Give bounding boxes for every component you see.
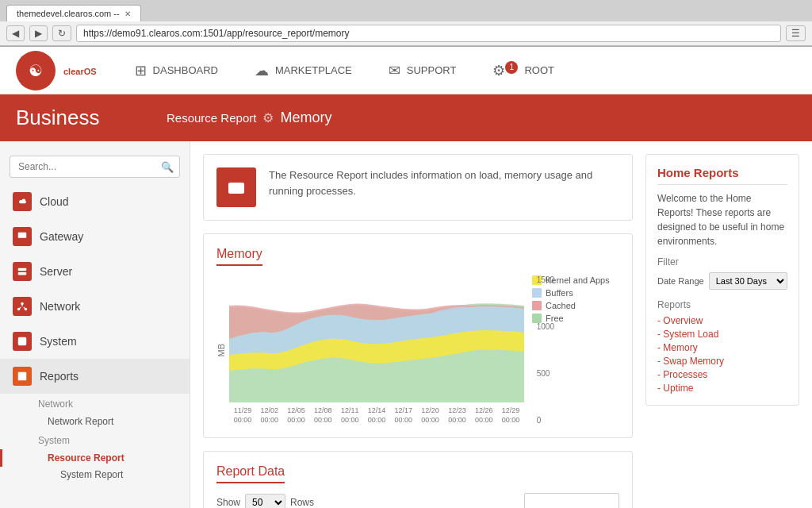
x-label-9: 12/2600:00 bbox=[470, 406, 497, 425]
memory-chart-section: Memory MB bbox=[203, 233, 633, 438]
x-label-7: 12/2000:00 bbox=[417, 406, 444, 425]
svg-point-4 bbox=[25, 273, 26, 275]
reports-label: Reports bbox=[657, 299, 787, 310]
forward-button[interactable]: ▶ bbox=[29, 25, 48, 41]
report-data-title: Report Data bbox=[216, 464, 285, 483]
memory-chart-svg bbox=[229, 275, 524, 402]
search-input[interactable] bbox=[10, 156, 180, 178]
browser-chrome: themedevel.clearos.com -- ✕ ◀ ▶ ↻ https:… bbox=[0, 0, 812, 47]
support-icon: ✉ bbox=[389, 62, 400, 79]
chart-x-labels: 11/2900:00 12/0200:00 12/0500:00 12/0800… bbox=[229, 405, 524, 425]
report-link-processes[interactable]: - Processes bbox=[657, 369, 787, 380]
root-badge: 1 bbox=[505, 61, 518, 74]
date-range-select[interactable]: Last 30 Days Last 7 Days Last 24 Hours bbox=[709, 272, 787, 290]
legend-cached-color bbox=[532, 301, 542, 310]
sidebar-item-server[interactable]: Server bbox=[0, 254, 190, 289]
sidebar-item-reports[interactable]: Reports bbox=[0, 359, 190, 394]
browser-tab[interactable]: themedevel.clearos.com -- ✕ bbox=[6, 5, 141, 21]
chart-y-label: MB bbox=[216, 344, 226, 357]
nav-items: ⊞ DASHBOARD ☁ MARKETPLACE ✉ SUPPORT ⚙ 1 … bbox=[128, 62, 561, 79]
right-panel: Home Reports Welcome to the Home Reports… bbox=[645, 141, 812, 508]
reload-button[interactable]: ↻ bbox=[52, 25, 71, 41]
x-label-8: 12/2300:00 bbox=[444, 406, 471, 425]
x-label-0: 11/2900:00 bbox=[229, 406, 256, 425]
legend-kernel-label: Kernel and Apps bbox=[546, 275, 610, 285]
sidebar-item-network[interactable]: Network bbox=[0, 289, 190, 324]
show-label: Show bbox=[216, 497, 240, 508]
content-main: The Resource Report includes information… bbox=[190, 141, 645, 508]
home-reports-title: Home Reports bbox=[657, 166, 787, 185]
info-icon bbox=[216, 167, 256, 207]
legend-cached: Cached bbox=[532, 301, 619, 310]
rows-label: Rows bbox=[290, 497, 314, 508]
breadcrumb-bar: Business Resource Report ⚙ Memory bbox=[0, 94, 812, 141]
legend-buffers: Buffers bbox=[532, 288, 619, 298]
svg-point-3 bbox=[25, 269, 26, 271]
svg-rect-0 bbox=[18, 233, 27, 238]
gateway-icon bbox=[13, 227, 32, 246]
report-data-section: Report Data Show 50 25 100 Rows bbox=[203, 451, 633, 508]
browser-toolbar: ◀ ▶ ↻ https://demo91.clearos.com:1501/ap… bbox=[0, 21, 812, 46]
reports-icon bbox=[13, 367, 32, 386]
menu-button[interactable]: ☰ bbox=[786, 25, 806, 41]
report-header: Show 50 25 100 Rows bbox=[216, 493, 619, 508]
sidebar-resource-report[interactable]: Resource Report bbox=[0, 449, 190, 467]
sidebar-item-cloud[interactable]: Cloud bbox=[0, 184, 190, 219]
sidebar-item-system[interactable]: System bbox=[0, 324, 190, 359]
sidebar-system-header: System bbox=[0, 430, 190, 449]
home-reports-desc: Welcome to the Home Reports! These repor… bbox=[657, 191, 787, 248]
report-link-system-load[interactable]: - System Load bbox=[657, 329, 787, 340]
network-icon bbox=[13, 297, 32, 316]
rows-select[interactable]: 50 25 100 bbox=[245, 494, 285, 508]
sidebar-server-label: Server bbox=[40, 265, 72, 278]
x-label-5: 12/1400:00 bbox=[363, 406, 390, 425]
sidebar-item-gateway[interactable]: Gateway bbox=[0, 219, 190, 254]
logo-area: ☯ clearOS bbox=[16, 51, 97, 90]
x-label-2: 12/0500:00 bbox=[283, 406, 310, 425]
report-link-swap-memory[interactable]: - Swap Memory bbox=[657, 356, 787, 367]
breadcrumb-resource-report[interactable]: Resource Report bbox=[167, 111, 256, 125]
filter-label: Filter bbox=[657, 256, 787, 267]
system-icon bbox=[13, 332, 32, 351]
address-bar[interactable]: https://demo91.clearos.com:1501/app/reso… bbox=[76, 25, 781, 42]
tab-close-icon[interactable]: ✕ bbox=[124, 10, 131, 18]
nav-dashboard[interactable]: ⊞ DASHBOARD bbox=[128, 62, 224, 79]
reports-links: - Overview - System Load - Memory - Swap… bbox=[657, 315, 787, 394]
report-link-memory[interactable]: - Memory bbox=[657, 342, 787, 353]
show-rows-control: Show 50 25 100 Rows bbox=[216, 494, 314, 508]
section-title: Business bbox=[16, 106, 143, 130]
sidebar-reports-sub: Network Network Report System Resource R… bbox=[0, 394, 190, 486]
x-label-6: 12/1700:00 bbox=[390, 406, 417, 425]
sidebar-network-report[interactable]: Network Report bbox=[0, 413, 190, 430]
marketplace-icon: ☁ bbox=[255, 62, 269, 79]
legend-free: Free bbox=[532, 314, 619, 323]
nav-root[interactable]: ⚙ 1 ROOT bbox=[486, 62, 561, 79]
report-link-overview[interactable]: - Overview bbox=[657, 315, 787, 326]
back-button[interactable]: ◀ bbox=[6, 25, 25, 41]
sidebar-network-header: Network bbox=[0, 394, 190, 413]
sidebar-system-report[interactable]: System Report bbox=[0, 467, 190, 483]
nav-support[interactable]: ✉ SUPPORT bbox=[382, 62, 463, 79]
sidebar-gateway-label: Gateway bbox=[40, 230, 83, 243]
search-box: 🔍 bbox=[10, 156, 180, 178]
legend-buffers-color bbox=[532, 288, 542, 298]
sidebar: 🔍 Cloud Gateway Server bbox=[0, 141, 190, 508]
x-label-10: 12/2900:00 bbox=[497, 406, 524, 425]
x-label-1: 12/0200:00 bbox=[256, 406, 283, 425]
legend-free-color bbox=[532, 314, 542, 323]
table-search-input[interactable] bbox=[524, 493, 619, 508]
legend-kernel: Kernel and Apps bbox=[532, 275, 619, 285]
info-panel: The Resource Report includes information… bbox=[203, 154, 633, 221]
nav-marketplace[interactable]: ☁ MARKETPLACE bbox=[248, 62, 358, 79]
memory-chart-title: Memory bbox=[216, 247, 262, 266]
root-icon: ⚙ bbox=[492, 62, 505, 79]
legend-cached-label: Cached bbox=[546, 301, 576, 310]
report-link-uptime[interactable]: - Uptime bbox=[657, 383, 787, 394]
chart-legend: Kernel and Apps Buffers Cached bbox=[532, 275, 619, 425]
cloud-icon bbox=[13, 192, 32, 211]
nav-dashboard-label: DASHBOARD bbox=[153, 64, 218, 76]
main-layout: 🔍 Cloud Gateway Server bbox=[0, 141, 812, 508]
date-range-label: Date Range bbox=[657, 276, 704, 286]
content-with-panel: The Resource Report includes information… bbox=[190, 141, 812, 508]
logo-icon: ☯ bbox=[16, 51, 56, 90]
